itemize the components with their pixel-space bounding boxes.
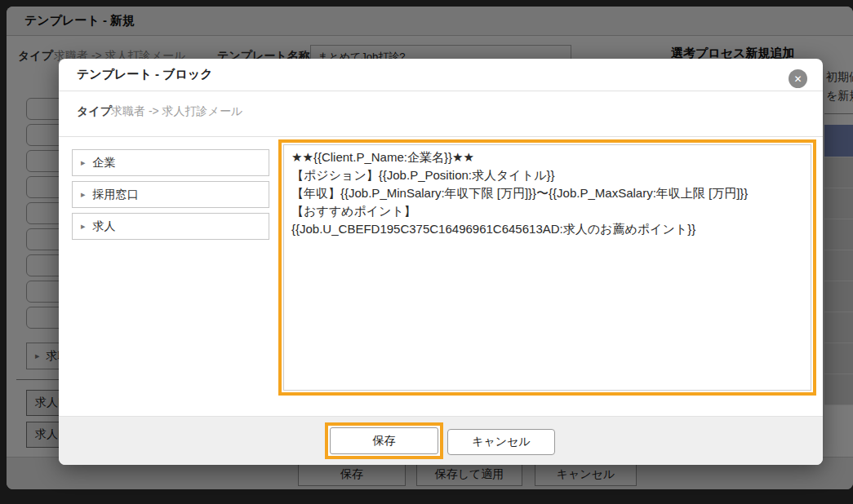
modal-type-value: 求職者 -> 求人打診メール xyxy=(111,104,242,119)
close-icon: ✕ xyxy=(793,73,802,85)
cancel-button[interactable]: キャンセル xyxy=(447,429,555,455)
expand-icon: ▸ xyxy=(81,157,86,168)
template-block-dialog: テンプレート - ブロック ✕ タイプ 求職者 -> 求人打診メール ▸ 企業 … xyxy=(59,59,823,465)
modal-type-divider xyxy=(59,136,823,137)
close-button[interactable]: ✕ xyxy=(789,69,807,88)
save-button[interactable]: 保存 xyxy=(330,427,438,454)
screen: { "colors": { "accent_orange": "#F5A41F"… xyxy=(0,0,853,504)
sidebar-item-label: 採用窓口 xyxy=(93,188,139,202)
modal-footer: 保存 キャンセル xyxy=(59,416,823,465)
sidebar-item-label: 求人 xyxy=(93,219,116,234)
sidebar-item-company[interactable]: ▸ 企業 xyxy=(72,149,269,176)
sidebar-item-recruiting-contact[interactable]: ▸ 採用窓口 xyxy=(72,181,269,208)
modal-title: テンプレート - ブロック xyxy=(77,67,213,82)
modal-type-label: タイプ xyxy=(77,104,112,119)
sidebar-item-job[interactable]: ▸ 求人 xyxy=(72,213,269,240)
template-body-textarea[interactable]: ★★{{Client.P_Name:企業名}}★★ 【ポジション】{{Job.P… xyxy=(283,144,811,391)
sidebar-item-label: 企業 xyxy=(93,156,116,170)
variable-category-sidebar: ▸ 企業 ▸ 採用窓口 ▸ 求人 xyxy=(72,149,269,245)
modal-header: テンプレート - ブロック ✕ xyxy=(59,59,823,91)
expand-icon: ▸ xyxy=(81,221,86,232)
save-highlight-frame: 保存 xyxy=(325,422,443,459)
expand-icon: ▸ xyxy=(81,189,86,200)
editor-highlight-frame: ★★{{Client.P_Name:企業名}}★★ 【ポジション】{{Job.P… xyxy=(278,139,816,396)
